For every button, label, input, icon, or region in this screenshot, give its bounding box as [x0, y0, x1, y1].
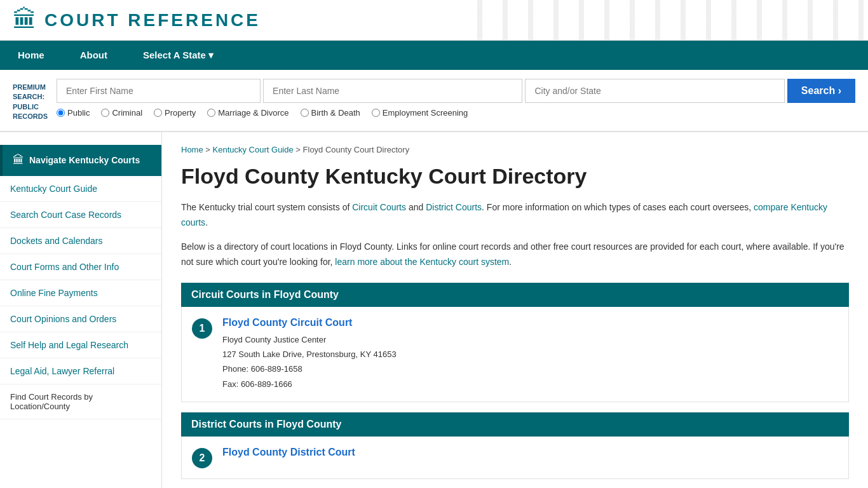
court-address-1: 127 South Lake Drive, Prestonsburg, KY 4…: [222, 347, 397, 362]
radio-marriage-divorce[interactable]: Marriage & Divorce: [207, 108, 288, 118]
city-state-input[interactable]: [525, 79, 784, 103]
sidebar-item-dockets[interactable]: Dockets and Calendars: [0, 228, 161, 254]
navigate-label: Navigate Kentucky Courts: [29, 154, 140, 166]
main-content: Home > Kentucky Court Guide > Floyd Coun…: [162, 132, 868, 488]
radio-employment[interactable]: Employment Screening: [372, 108, 468, 118]
court-phone-1: Phone: 606-889-1658: [222, 362, 397, 376]
breadcrumb-current: Floyd County Court Directory: [303, 145, 410, 154]
navigate-icon: 🏛: [13, 154, 24, 167]
court-building-1: Floyd County Justice Center: [222, 332, 397, 347]
district-court-name-1[interactable]: Floyd County District Court: [222, 447, 355, 458]
district-court-info-1: Floyd County District Court: [222, 447, 355, 458]
sidebar-item-fine-payments[interactable]: Online Fine Payments: [0, 280, 161, 306]
logo-icon: 🏛: [13, 6, 37, 34]
circuit-courts-section: Circuit Courts in Floyd County 1 Floyd C…: [181, 283, 849, 403]
learn-more-link[interactable]: learn more about the Kentucky court syst…: [335, 257, 509, 267]
last-name-input[interactable]: [263, 79, 522, 103]
nav-about[interactable]: About: [62, 41, 125, 70]
search-button[interactable]: Search ›: [787, 79, 855, 103]
court-number-2: 2: [192, 448, 212, 468]
breadcrumb-home[interactable]: Home: [181, 145, 203, 154]
court-number-1: 1: [192, 318, 212, 339]
circuit-court-info-1: Floyd County Circuit Court Floyd County …: [222, 317, 397, 392]
sidebar-item-opinions[interactable]: Court Opinions and Orders: [0, 306, 161, 332]
sidebar-item-court-forms[interactable]: Court Forms and Other Info: [0, 254, 161, 280]
radio-property[interactable]: Property: [154, 108, 196, 118]
breadcrumb-guide[interactable]: Kentucky Court Guide: [213, 145, 294, 154]
search-bar: PREMIUM SEARCH: PUBLIC RECORDS Search › …: [0, 70, 868, 132]
district-section-header: District Courts in Floyd County: [181, 412, 849, 437]
nav-home[interactable]: Home: [0, 41, 62, 70]
radio-public[interactable]: Public: [57, 108, 90, 118]
circuit-section-header: Circuit Courts in Floyd County: [181, 283, 849, 307]
sidebar-item-find-records[interactable]: Find Court Records by Location/County: [0, 384, 161, 419]
description-1: The Kentucky trial court system consists…: [181, 200, 849, 231]
radio-criminal[interactable]: Criminal: [101, 108, 142, 118]
nav-select-state[interactable]: Select A State ▾: [125, 41, 231, 70]
search-radio-group: Public Criminal Property Marriage & Divo…: [57, 108, 855, 118]
first-name-input[interactable]: [57, 79, 261, 103]
sidebar-item-ky-court-guide[interactable]: Kentucky Court Guide: [0, 176, 161, 202]
radio-birth-death[interactable]: Birth & Death: [301, 108, 360, 118]
navbar: Home About Select A State ▾: [0, 41, 868, 70]
district-courts-link[interactable]: District Courts: [426, 202, 482, 212]
sidebar-item-search-records[interactable]: Search Court Case Records: [0, 202, 161, 228]
district-courts-section: District Courts in Floyd County 2 Floyd …: [181, 412, 849, 479]
sidebar-item-self-help[interactable]: Self Help and Legal Research: [0, 332, 161, 358]
breadcrumb: Home > Kentucky Court Guide > Floyd Coun…: [181, 145, 849, 154]
sidebar: 🏛 Navigate Kentucky Courts Kentucky Cour…: [0, 132, 162, 488]
search-label: PREMIUM SEARCH: PUBLIC RECORDS: [13, 83, 48, 122]
district-court-card-1: 2 Floyd County District Court: [181, 437, 849, 479]
circuit-court-card-1: 1 Floyd County Circuit Court Floyd Count…: [181, 307, 849, 403]
logo-text: COURT REFERENCE: [44, 10, 261, 30]
page-title: Floyd County Kentucky Court Directory: [181, 163, 849, 189]
sidebar-item-legal-aid[interactable]: Legal Aid, Lawyer Referral: [0, 358, 161, 384]
court-name-1[interactable]: Floyd County Circuit Court: [222, 317, 397, 329]
circuit-courts-link[interactable]: Circuit Courts: [352, 202, 406, 212]
court-fax-1: Fax: 606-889-1666: [222, 377, 397, 391]
description-2: Below is a directory of court locations …: [181, 240, 849, 270]
sidebar-item-navigate[interactable]: 🏛 Navigate Kentucky Courts: [0, 145, 161, 176]
